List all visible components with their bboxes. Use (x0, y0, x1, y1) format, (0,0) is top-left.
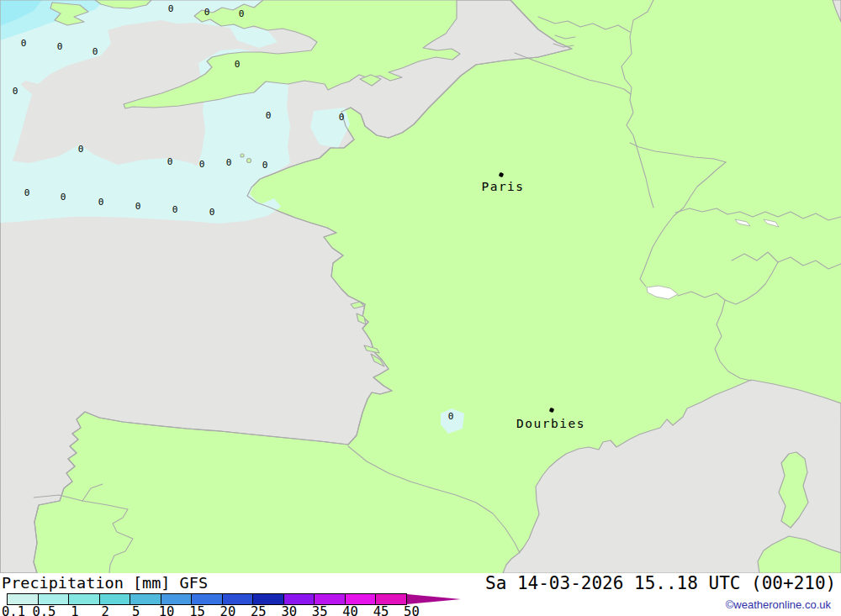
colorbar-tick-label: 0.5 (32, 604, 56, 616)
lake-constance (764, 219, 779, 227)
colorbar-segment (376, 594, 406, 604)
border-france-italy (678, 292, 751, 381)
precip-value-label: 0 (61, 192, 66, 203)
colorbar-segment (161, 594, 193, 604)
colorbar-tick-label: 0.1 (2, 604, 25, 616)
precipitation-colorbar (7, 593, 407, 605)
precip-value-label: 0 (204, 7, 210, 18)
sea-north-corner (833, 0, 841, 22)
precipitation-map: 0000000000000000000000 ParisDourbies (0, 0, 841, 573)
colorbar-tick-label: 25 (251, 604, 267, 616)
precip-value-label: 0 (168, 3, 174, 14)
precip-value-label: 0 (57, 41, 63, 52)
legend-title: Precipitation [mm] GFS (2, 574, 208, 592)
precip-value-label: 0 (24, 187, 30, 198)
colorbar-segment (69, 594, 100, 604)
copyright-link[interactable]: ©weatheronline.co.uk (726, 598, 831, 611)
precip-value-label: 0 (172, 204, 178, 215)
precip-value-label: 0 (235, 59, 241, 70)
precip-value-label: 0 (262, 160, 268, 171)
colorbar-segment (130, 594, 161, 604)
colorbar-tick-labels: 0.10.5125101520253035404550 (0, 604, 841, 616)
precip-value-label: 0 (21, 38, 27, 49)
island-channel-2 (247, 159, 251, 163)
legend-bar-area: Precipitation [mm] GFS Sa 14-03-2026 15.… (0, 573, 841, 616)
colorbar-segment (192, 594, 223, 604)
precip-value-label: 0 (209, 207, 215, 218)
colorbar-tick-label: 35 (312, 604, 328, 616)
colorbar-segment (315, 594, 346, 604)
border-france-belgium (515, 53, 631, 94)
map-canvas (0, 0, 841, 573)
weather-map-page: 0000000000000000000000 ParisDourbies Pre… (0, 0, 841, 616)
river-rhine (621, 0, 653, 208)
precip-value-label: 0 (167, 156, 173, 167)
colorbar-tick-label: 20 (220, 604, 236, 616)
border-belgium-netherlands (538, 17, 630, 32)
colorbar-segment (223, 594, 254, 604)
precip-value-label: 0 (226, 157, 232, 168)
precip-value-label: 0 (135, 201, 141, 212)
precip-value-label: 0 (93, 46, 98, 57)
city-label: Dourbies (516, 417, 585, 430)
precip-value-label: 0 (239, 8, 245, 19)
colorbar-segment (346, 594, 377, 604)
colorbar-tick-label: 30 (281, 604, 297, 616)
colorbar-segment (284, 594, 315, 604)
colorbar-tick-label: 10 (159, 604, 175, 616)
river-spain-branch (82, 484, 103, 501)
colorbar-tick-label: 5 (132, 604, 140, 616)
precip-value-label: 0 (339, 112, 345, 123)
colorbar-tick-label: 2 (102, 604, 109, 616)
precip-value-label: 0 (266, 110, 272, 121)
island-channel-1 (241, 154, 244, 157)
colorbar-tick-label: 1 (71, 604, 78, 616)
city-label: Paris (481, 180, 524, 193)
precip-value-label: 0 (448, 411, 454, 422)
precip-value-label: 0 (78, 144, 84, 155)
precip-value-label: 0 (98, 197, 104, 208)
river-spain (34, 495, 133, 573)
border-pyrenees (348, 446, 520, 553)
lake-neuchatel (735, 219, 750, 226)
lake-geneva (647, 286, 678, 299)
precip-value-label: 0 (13, 86, 19, 97)
precip-value-label: 0 (199, 159, 205, 170)
colorbar-tick-label: 50 (404, 604, 420, 616)
forecast-datetime: Sa 14-03-2026 15..18 UTC (00+210) (485, 573, 836, 593)
border-germany-east (630, 143, 726, 162)
colorbar-segment (253, 594, 284, 604)
colorbar-tick-label: 15 (189, 604, 205, 616)
border-swiss-north (675, 208, 841, 220)
border-swiss-south (732, 252, 841, 269)
colorbar-segment (8, 594, 39, 604)
border-jura (640, 162, 726, 287)
colorbar-segment (39, 594, 70, 604)
border-swiss-connector (725, 262, 778, 304)
colorbar-segment (100, 594, 131, 604)
colorbar-tick-label: 40 (342, 604, 358, 616)
colorbar-overflow-arrow (407, 594, 461, 604)
colorbar-tick-label: 45 (373, 604, 389, 616)
